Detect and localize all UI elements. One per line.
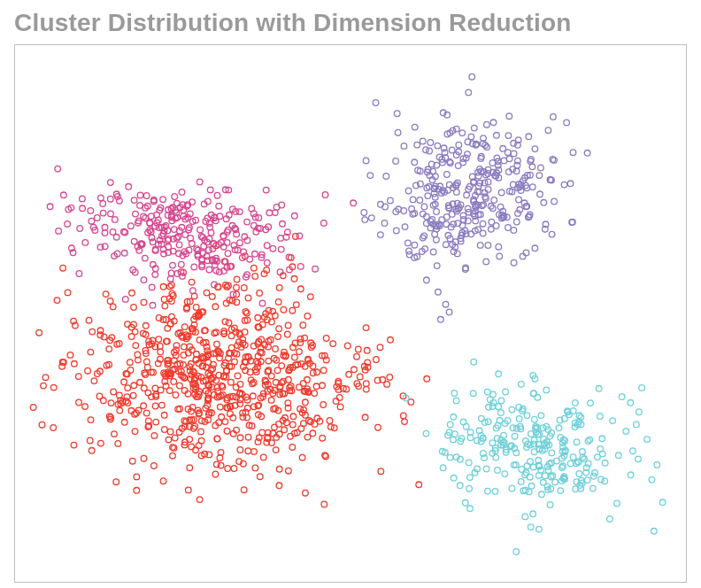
svg-point-1350: [576, 471, 582, 477]
svg-point-366: [285, 322, 291, 329]
svg-point-751: [80, 196, 86, 202]
svg-point-497: [233, 384, 239, 391]
svg-point-1394: [576, 413, 582, 419]
svg-point-197: [281, 306, 287, 313]
svg-point-529: [230, 415, 236, 422]
svg-point-949: [100, 201, 106, 207]
svg-point-246: [167, 283, 173, 290]
svg-point-97: [212, 471, 219, 477]
svg-point-637: [276, 467, 282, 473]
svg-point-1439: [659, 499, 666, 506]
svg-point-589: [237, 435, 243, 441]
svg-point-1538: [536, 526, 543, 532]
svg-point-1464: [466, 485, 473, 491]
svg-point-869: [196, 179, 203, 185]
svg-point-386: [129, 458, 135, 464]
svg-point-993: [321, 220, 327, 227]
svg-point-840: [65, 221, 71, 228]
svg-point-1222: [433, 201, 439, 207]
svg-point-988: [273, 205, 280, 211]
svg-point-145: [152, 403, 158, 409]
svg-point-1436: [547, 502, 553, 508]
svg-point-1063: [549, 231, 555, 237]
svg-point-189: [196, 497, 203, 503]
svg-point-505: [127, 360, 134, 366]
svg-point-1034: [394, 228, 400, 234]
svg-point-30: [170, 453, 176, 459]
svg-point-601: [89, 329, 96, 335]
chart-title: Cluster Distribution with Dimension Redu…: [14, 9, 687, 37]
svg-point-1527: [552, 479, 558, 485]
svg-point-1343: [462, 500, 468, 507]
svg-point-1240: [427, 148, 433, 154]
svg-point-1187: [402, 224, 408, 230]
svg-point-1515: [597, 414, 604, 420]
svg-point-1545: [451, 476, 457, 482]
svg-point-1119: [394, 111, 400, 117]
svg-point-1127: [388, 197, 394, 204]
svg-point-1359: [496, 404, 502, 410]
svg-point-112: [218, 450, 224, 456]
svg-point-1472: [599, 436, 605, 442]
svg-point-1168: [570, 150, 576, 156]
svg-point-1516: [540, 425, 546, 431]
svg-point-609: [255, 439, 261, 445]
svg-point-875: [131, 238, 137, 244]
svg-point-1118: [405, 188, 412, 194]
svg-point-700: [165, 325, 171, 331]
svg-point-1418: [644, 437, 651, 443]
svg-point-517: [181, 344, 188, 350]
svg-point-208: [39, 422, 45, 428]
svg-point-979: [236, 209, 243, 215]
svg-point-984: [280, 221, 286, 228]
svg-point-1176: [446, 309, 452, 315]
svg-point-1060: [506, 156, 512, 162]
svg-point-1569: [600, 451, 606, 457]
svg-point-1512: [493, 454, 499, 460]
svg-point-596: [245, 434, 251, 440]
svg-point-304: [98, 440, 104, 446]
svg-point-381: [36, 329, 42, 336]
svg-point-1518: [524, 463, 530, 469]
svg-point-80: [41, 383, 47, 389]
svg-point-1495: [447, 454, 453, 460]
svg-point-955: [174, 271, 181, 277]
svg-point-881: [168, 270, 174, 276]
svg-point-577: [151, 433, 158, 439]
svg-point-1059: [551, 198, 558, 205]
svg-point-405: [308, 294, 314, 300]
svg-point-441: [214, 341, 220, 347]
svg-point-1064: [373, 100, 379, 106]
svg-point-635: [294, 302, 300, 308]
svg-point-1577: [574, 439, 580, 445]
svg-point-534: [424, 376, 430, 383]
svg-point-1364: [649, 476, 655, 483]
svg-point-1312: [382, 204, 389, 210]
svg-point-1162: [496, 244, 502, 250]
svg-point-264: [363, 325, 369, 331]
svg-point-1362: [512, 433, 518, 439]
svg-point-1452: [549, 450, 555, 456]
svg-point-339: [50, 425, 57, 431]
svg-point-176: [160, 284, 166, 290]
svg-point-1390: [532, 416, 538, 422]
svg-point-407: [106, 346, 112, 352]
svg-point-1433: [513, 549, 520, 555]
svg-point-1041: [483, 259, 489, 265]
svg-point-345: [166, 437, 172, 443]
svg-point-1207: [520, 253, 526, 259]
svg-point-1588: [519, 382, 525, 388]
svg-point-1015: [435, 143, 441, 149]
svg-point-804: [89, 218, 95, 224]
svg-point-792: [143, 255, 149, 261]
svg-point-908: [128, 223, 135, 229]
svg-point-763: [160, 197, 166, 203]
svg-point-262: [76, 399, 82, 406]
svg-point-778: [259, 300, 266, 306]
svg-point-48: [204, 290, 210, 296]
svg-point-32: [137, 380, 143, 386]
svg-point-543: [162, 303, 168, 309]
svg-point-410: [141, 403, 147, 409]
svg-point-387: [375, 424, 381, 430]
svg-point-1410: [540, 480, 546, 486]
